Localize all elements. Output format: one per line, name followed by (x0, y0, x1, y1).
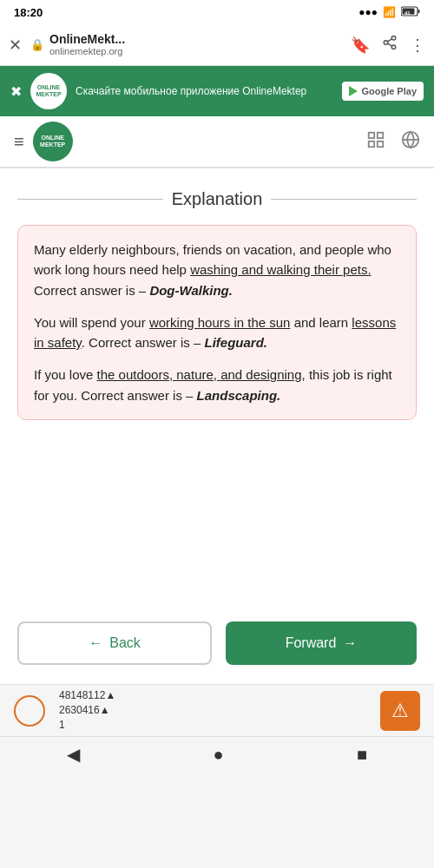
site-header-icons (366, 130, 420, 154)
navigation-buttons: ← Back Forward → (0, 602, 434, 684)
para3-bold: Landscaping. (197, 388, 281, 403)
bottom-bar: 48148112▲ 2630416▲ 1 ⚠ (0, 684, 434, 736)
para2-bold: Lifeguard. (204, 335, 267, 350)
globe-icon[interactable] (401, 130, 420, 154)
android-nav-bar: ◀ ● ■ (0, 736, 434, 775)
explanation-card: Many elderly neighbours, friends on vaca… (17, 225, 417, 420)
explanation-paragraph-2: You will spend your working hours in the… (34, 312, 400, 353)
promo-banner: ✖ ONLINE MEKTEP Скачайте мобильное прило… (0, 66, 434, 116)
numbers-row2: 2630416▲ (59, 703, 366, 718)
numbers-sub: 1 (59, 718, 366, 733)
browser-domain: onlinemektep.org (49, 46, 125, 56)
para2-before: You will spend your (34, 315, 149, 330)
svg-text:41: 41 (404, 10, 411, 15)
heading-line-left (17, 199, 163, 200)
browser-title: OnlineMekt... (49, 33, 125, 46)
browser-bar: ✕ 🔒 OnlineMekt... onlinemektep.org 🔖 ⋮ (0, 24, 434, 66)
nav-back-icon[interactable]: ◀ (67, 744, 80, 765)
site-header: ≡ ONLINE MEKTEP (0, 116, 434, 168)
warning-icon: ⚠ (391, 700, 409, 722)
svg-rect-12 (378, 141, 383, 146)
status-time: 18:20 (14, 6, 43, 19)
url-block: 🔒 OnlineMekt... onlinemektep.org (30, 33, 342, 56)
nav-home-icon[interactable]: ● (213, 745, 223, 765)
grid-icon[interactable] (366, 130, 385, 154)
status-icons: ●●● 📶 41 (358, 6, 420, 19)
explanation-heading: Explanation (17, 189, 417, 209)
promo-close-icon[interactable]: ✖ (10, 83, 22, 100)
gp-label: Google Play (361, 86, 417, 96)
wifi-icon: 📶 (383, 6, 396, 18)
para2-middle: and learn (290, 315, 352, 330)
promo-text: Скачайте мобильное приложение OnlineMekt… (76, 84, 333, 99)
svg-rect-1 (418, 10, 420, 13)
svg-rect-11 (369, 141, 374, 146)
para3-underline: the outdoors, nature, and designing (97, 367, 302, 382)
warning-button[interactable]: ⚠ (380, 691, 420, 731)
explanation-title: Explanation (172, 189, 263, 209)
play-icon (349, 86, 358, 96)
svg-line-8 (387, 39, 391, 42)
forward-label: Forward (286, 635, 337, 651)
para2-after: . Correct answer is – (82, 335, 205, 350)
bottom-circle (14, 695, 45, 727)
google-play-button[interactable]: Google Play (342, 82, 424, 101)
status-bar: 18:20 ●●● 📶 41 (0, 0, 434, 24)
para3-before: If you love (34, 367, 97, 382)
forward-arrow-icon: → (343, 635, 357, 651)
para1-bold: Dog-Walking. (149, 283, 233, 298)
promo-logo: ONLINE MEKTEP (30, 73, 67, 109)
para1-underline: washing and walking their pets. (190, 262, 371, 277)
url-info: OnlineMekt... onlinemektep.org (49, 33, 125, 56)
heading-line-right (271, 199, 417, 200)
para1-after: Correct answer is – (34, 283, 149, 298)
bottom-numbers: 48148112▲ 2630416▲ 1 (59, 688, 366, 732)
main-content: Explanation Many elderly neighbours, fri… (0, 168, 434, 602)
battery-icon: 41 (401, 6, 420, 19)
share-icon[interactable] (382, 35, 398, 55)
site-logo[interactable]: ONLINE MEKTEP (33, 122, 73, 161)
svg-rect-9 (369, 132, 374, 137)
bookmark-icon[interactable]: 🔖 (351, 36, 370, 55)
nav-recents-icon[interactable]: ■ (357, 745, 367, 765)
numbers-row1: 48148112▲ (59, 688, 366, 703)
lock-icon: 🔒 (30, 38, 44, 51)
more-icon[interactable]: ⋮ (410, 36, 425, 55)
back-arrow-icon: ← (89, 635, 102, 651)
hamburger-icon[interactable]: ≡ (14, 132, 24, 152)
close-icon[interactable]: ✕ (9, 36, 22, 55)
para2-underline1: working hours in the sun (149, 315, 291, 330)
svg-rect-10 (378, 132, 383, 137)
back-label: Back (109, 635, 141, 651)
explanation-paragraph-3: If you love the outdoors, nature, and de… (34, 365, 400, 405)
back-button[interactable]: ← Back (17, 621, 212, 665)
signal-icon: ●●● (358, 6, 378, 18)
explanation-paragraph-1: Many elderly neighbours, friends on vaca… (34, 240, 400, 300)
browser-actions: 🔖 ⋮ (351, 35, 425, 55)
forward-button[interactable]: Forward → (226, 621, 417, 665)
svg-line-7 (387, 43, 391, 46)
